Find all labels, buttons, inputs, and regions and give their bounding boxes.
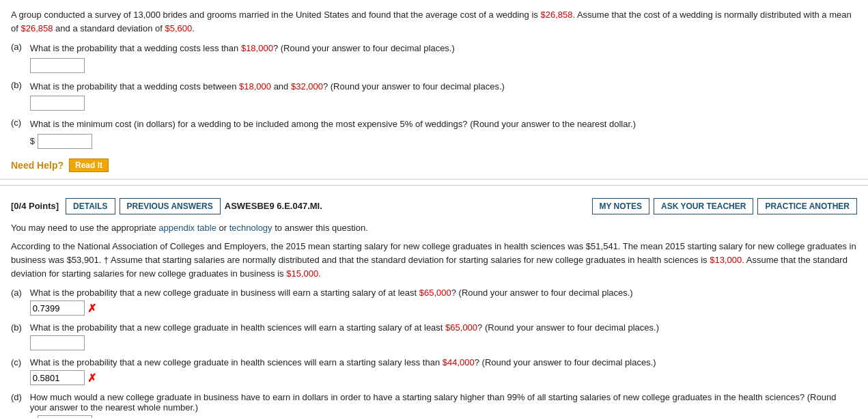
top-question-c: (c) What is the minimum cost (in dollars… (11, 117, 857, 149)
points-label: [0/4 Points] (11, 201, 59, 211)
biz-stddev-highlight: $15,000 (286, 268, 318, 279)
problem-id: ASWESBE9 6.E.047.MI. (225, 201, 322, 211)
top-qb-text: What is the probability that a wedding c… (30, 80, 856, 94)
mean1-highlight: $26,858 (540, 10, 572, 20)
bottom-qb-answer-row (30, 335, 856, 350)
toolbar: [0/4 Points] DETAILS PREVIOUS ANSWERS AS… (11, 198, 857, 214)
top-qa-text: What is the probability that a wedding c… (30, 42, 856, 55)
bottom-qb-input[interactable] (30, 335, 85, 350)
ask-teacher-button[interactable]: ASK YOUR TEACHER (654, 198, 753, 214)
stddev-highlight: $5,600 (165, 23, 193, 33)
bottom-qd-text: How much would a new college graduate in… (30, 392, 856, 413)
top-qc-input[interactable] (38, 134, 92, 149)
my-notes-button[interactable]: MY NOTES (592, 198, 649, 214)
bottom-qa-wrong-icon: ✗ (87, 302, 96, 315)
right-buttons: MY NOTES ASK YOUR TEACHER PRACTICE ANOTH… (592, 198, 858, 214)
top-qa-amount: $18,000 (241, 43, 273, 53)
bottom-qa-input[interactable] (30, 301, 85, 316)
top-qa-label: (a) (11, 42, 27, 52)
top-question-b: (b) What is the probability that a weddi… (11, 80, 857, 111)
top-qc-label: (c) (11, 117, 27, 128)
top-qa-answer-row (30, 58, 856, 73)
bottom-qd-label: (d) (11, 392, 27, 402)
bottom-qb-amount: $65,000 (445, 322, 477, 333)
top-qb-label: (b) (11, 80, 27, 90)
bottom-qc-text: What is the probability that a new colle… (30, 357, 856, 367)
top-section: A group conducted a survey of 13,000 bri… (0, 0, 868, 180)
bottom-qc-amount: $44,000 (443, 357, 475, 367)
problem-desc: According to the National Association of… (11, 240, 857, 281)
details-button[interactable]: DETAILS (66, 198, 115, 214)
top-question-a: (a) What is the probability that a weddi… (11, 42, 857, 73)
top-qc-dollar: $ (30, 136, 35, 146)
note-text: You may need to use the appropriate appe… (11, 221, 857, 235)
top-intro: A group conducted a survey of 13,000 bri… (11, 8, 857, 35)
bottom-question-d: (d) How much would a new college graduat… (11, 392, 857, 418)
bottom-qb-text: What is the probability that a new colle… (30, 322, 856, 333)
top-qb-content: What is the probability that a wedding c… (30, 80, 856, 111)
previous-answers-button[interactable]: PREVIOUS ANSWERS (120, 198, 221, 214)
health-stddev-highlight: $13,000 (710, 255, 742, 265)
bottom-qc-wrong-icon: ✗ (87, 372, 96, 385)
bottom-qd-input[interactable] (38, 415, 92, 418)
bottom-qa-answer-row: ✗ (30, 301, 856, 316)
bottom-qc-answer-row: ✗ (30, 370, 856, 385)
mean2-highlight: $26,858 (20, 23, 53, 33)
top-qb-input[interactable] (30, 96, 85, 111)
top-qb-answer-row (30, 96, 856, 111)
bottom-qc-content: What is the probability that a new colle… (30, 357, 856, 385)
bottom-section: [0/4 Points] DETAILS PREVIOUS ANSWERS AS… (0, 191, 868, 419)
top-qc-content: What is the minimum cost (in dollars) fo… (30, 117, 856, 149)
read-it-button[interactable]: Read It (69, 158, 109, 172)
top-qa-input[interactable] (30, 58, 85, 73)
top-qa-content: What is the probability that a wedding c… (30, 42, 856, 73)
bottom-question-c: (c) What is the probability that a new c… (11, 357, 857, 385)
technology-link[interactable]: technology (229, 223, 272, 233)
bottom-qa-text: What is the probability that a new colle… (30, 288, 856, 298)
top-qb-amount2: $32,000 (291, 81, 323, 92)
appendix-link[interactable]: appendix table (158, 223, 216, 233)
bottom-qb-label: (b) (11, 322, 27, 333)
top-qc-answer-row: $ (30, 134, 856, 149)
practice-another-button[interactable]: PRACTICE ANOTHER (757, 198, 857, 214)
bottom-qd-content: How much would a new college graduate in… (30, 392, 856, 418)
bottom-qa-label: (a) (11, 288, 27, 298)
bottom-qc-input[interactable] (30, 370, 85, 385)
need-help-label: Need Help? (11, 160, 64, 171)
bottom-qd-answer-row: $ (30, 415, 856, 418)
bottom-question-b: (b) What is the probability that a new c… (11, 322, 857, 350)
bottom-qa-content: What is the probability that a new colle… (30, 288, 856, 316)
bottom-question-a: (a) What is the probability that a new c… (11, 288, 857, 316)
need-help-row: Need Help? Read It (11, 158, 857, 172)
bottom-qb-content: What is the probability that a new colle… (30, 322, 856, 350)
top-qb-amount1: $18,000 (239, 81, 271, 92)
bottom-qa-amount: $65,000 (419, 288, 451, 298)
top-qc-text: What is the minimum cost (in dollars) fo… (30, 117, 856, 131)
section-divider (0, 185, 868, 186)
bottom-qc-label: (c) (11, 357, 27, 367)
